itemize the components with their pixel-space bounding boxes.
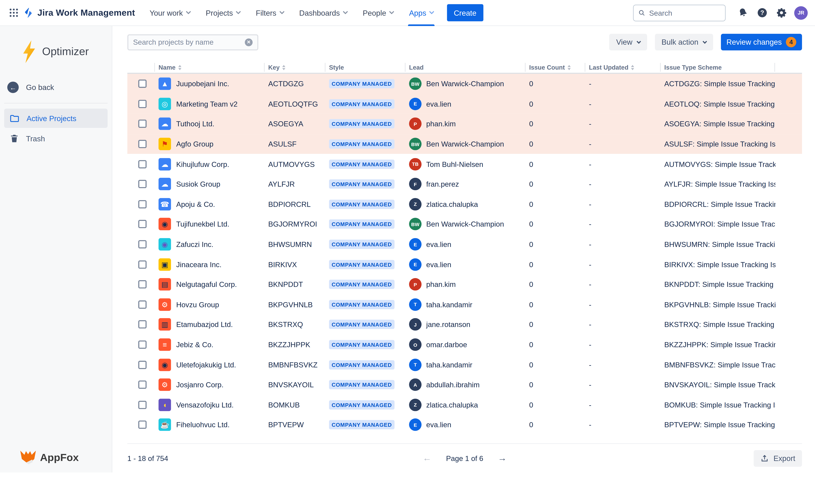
view-dropdown[interactable]: View (609, 34, 647, 50)
next-page-arrow-icon[interactable]: → (498, 453, 507, 464)
jira-logo-icon (23, 7, 34, 18)
help-icon[interactable]: ? (754, 4, 770, 21)
project-key: BHWSUMRN (264, 240, 325, 248)
prev-page-arrow-icon[interactable]: ← (423, 453, 431, 464)
settings-gear-icon[interactable] (773, 4, 790, 21)
lead-avatar: BW (409, 78, 422, 90)
column-header-last-updated[interactable]: Last Updated (585, 63, 660, 72)
lightning-icon (22, 39, 36, 64)
nav-item-apps[interactable]: Apps (409, 0, 433, 26)
vinyl-icon: ◉ (159, 218, 171, 231)
jira-logo[interactable]: Jira Work Management (23, 7, 135, 18)
row-checkbox[interactable] (138, 200, 147, 208)
go-back-button[interactable]: ← Go back (4, 79, 108, 96)
row-checkbox[interactable] (138, 341, 147, 349)
row-checkbox[interactable] (138, 100, 147, 108)
notifications-bell-icon[interactable] (734, 4, 751, 21)
project-name: Tujifunekbel Ltd. (176, 220, 229, 228)
row-checkbox[interactable] (138, 180, 147, 188)
row-checkbox[interactable] (138, 140, 147, 148)
row-checkbox[interactable] (138, 120, 147, 128)
row-checkbox[interactable] (138, 220, 147, 228)
table-row[interactable]: ⚑ Agfo Group ASULSF COMPANY MANAGED BW B… (127, 134, 802, 154)
global-search-input[interactable] (649, 9, 720, 17)
row-checkbox[interactable] (138, 320, 147, 329)
table-row[interactable]: ▣ Jinaceara Inc. BIRKIVX COMPANY MANAGED… (127, 254, 802, 274)
lead-name: zlatica.chalupka (426, 200, 478, 208)
export-button[interactable]: Export (754, 450, 802, 467)
table-header: NameKeyStyleLeadIssue CountLast UpdatedI… (127, 62, 802, 74)
issue-type-scheme: AEOTLOQ: Simple Issue Tracking I… (660, 100, 776, 108)
lead-avatar: P (409, 118, 422, 130)
sidebar-divider (4, 103, 108, 103)
table-row[interactable]: ☁ Tuthooj Ltd. ASOEGYA COMPANY MANAGED P… (127, 114, 802, 134)
appfox-label: AppFox (40, 451, 79, 463)
issue-type-scheme: BKNPDDT: Simple Issue Tracking I… (660, 280, 776, 289)
sidebar-item-trash[interactable]: Trash (4, 129, 108, 148)
user-avatar[interactable]: JR (794, 6, 808, 20)
table-row[interactable]: ◉ Uletefojakukig Ltd. BMBNFBSVKZ COMPANY… (127, 355, 802, 375)
table-row[interactable]: ☕ Fiheluohvuc Ltd. BPTVEPW COMPANY MANAG… (127, 415, 802, 435)
row-checkbox[interactable] (138, 260, 147, 268)
create-button[interactable]: Create (447, 4, 483, 21)
row-checkbox[interactable] (138, 381, 147, 389)
row-checkbox[interactable] (138, 280, 147, 289)
project-key: BGJORMYROI (264, 220, 325, 228)
sidebar: Optimizer ← Go back Active ProjectsTrash… (0, 26, 112, 472)
app-switcher-icon[interactable] (5, 4, 22, 21)
last-updated: - (585, 280, 660, 289)
row-checkbox[interactable] (138, 401, 147, 409)
table-row[interactable]: ☁ Susiok Group AYLFJR COMPANY MANAGED F … (127, 174, 802, 194)
table-row[interactable]: ◎ Marketing Team v2 AEOTLOQTFG COMPANY M… (127, 94, 802, 114)
project-search-input[interactable] (133, 38, 245, 46)
table-row[interactable]: ⚙ Josjanro Corp. BNVSKAYOIL COMPANY MANA… (127, 375, 802, 395)
row-checkbox[interactable] (138, 160, 147, 168)
table-row[interactable]: ≡ Jebiz & Co. BKZZJHPPK COMPANY MANAGED … (127, 335, 802, 355)
column-header-key[interactable]: Key (264, 63, 325, 72)
last-updated: - (585, 260, 660, 268)
table-row[interactable]: ▲ Juupobejani Inc. ACTDGZG COMPANY MANAG… (127, 74, 802, 94)
column-header-lead: Lead (405, 63, 525, 72)
column-header-issue-count[interactable]: Issue Count (525, 63, 585, 72)
lead-name: Ben Warwick-Champion (426, 140, 504, 148)
row-checkbox[interactable] (138, 80, 147, 88)
style-badge: COMPANY MANAGED (329, 220, 394, 229)
issue-count: 0 (525, 280, 585, 289)
project-name: Jinaceara Inc. (176, 260, 222, 268)
table-row[interactable]: ▥ Etamubazjod Ltd. BKSTRXQ COMPANY MANAG… (127, 315, 802, 335)
clear-search-icon[interactable]: ✕ (245, 38, 253, 46)
table-row[interactable]: ▤ Nelgutagaful Corp. BKNPDDT COMPANY MAN… (127, 274, 802, 294)
nav-item-people[interactable]: People (363, 0, 393, 26)
global-search[interactable] (633, 4, 726, 21)
issue-type-scheme: BIRKIVX: Simple Issue Tracking Iss… (660, 260, 776, 268)
last-updated: - (585, 160, 660, 168)
row-checkbox[interactable] (138, 300, 147, 309)
table-row[interactable]: ◉ Tujifunekbel Ltd. BGJORMYROI COMPANY M… (127, 214, 802, 234)
table-row[interactable]: ◉ Zafuczi Inc. BHWSUMRN COMPANY MANAGED … (127, 234, 802, 254)
table-row[interactable]: ◖ Vensazofojku Ltd. BOMKUB COMPANY MANAG… (127, 395, 802, 415)
project-name: Hovzu Group (176, 300, 219, 309)
nav-item-filters[interactable]: Filters (256, 0, 284, 26)
nav-item-dashboards[interactable]: Dashboards (299, 0, 347, 26)
project-search[interactable]: ✕ (127, 34, 258, 50)
table-row[interactable]: ⚙ Hovzu Group BKPGVHNLB COMPANY MANAGED … (127, 295, 802, 315)
column-header-name[interactable]: Name (154, 63, 264, 72)
bulk-action-dropdown[interactable]: Bulk action (655, 34, 713, 50)
top-navigation-bar: Jira Work Management Your workProjectsFi… (0, 0, 815, 26)
project-name: Kihujlufuw Corp. (176, 160, 229, 168)
last-updated: - (585, 320, 660, 329)
cloud-icon: ☁ (159, 118, 171, 130)
lead-avatar: T (409, 358, 422, 371)
nav-item-your-work[interactable]: Your work (150, 0, 190, 26)
review-changes-button[interactable]: Review changes 4 (721, 34, 802, 50)
last-updated: - (585, 300, 660, 309)
row-checkbox[interactable] (138, 240, 147, 248)
style-badge: COMPANY MANAGED (329, 99, 394, 109)
table-row[interactable]: ☎ Apoju & Co. BDPIORCRL COMPANY MANAGED … (127, 194, 802, 214)
nav-item-projects[interactable]: Projects (206, 0, 240, 26)
table-row[interactable]: ☁ Kihujlufuw Corp. AUTMOVYGS COMPANY MAN… (127, 154, 802, 174)
lead-avatar: Z (409, 198, 422, 210)
row-checkbox[interactable] (138, 361, 147, 369)
sidebar-item-active-projects[interactable]: Active Projects (4, 109, 108, 128)
row-checkbox[interactable] (138, 421, 147, 429)
